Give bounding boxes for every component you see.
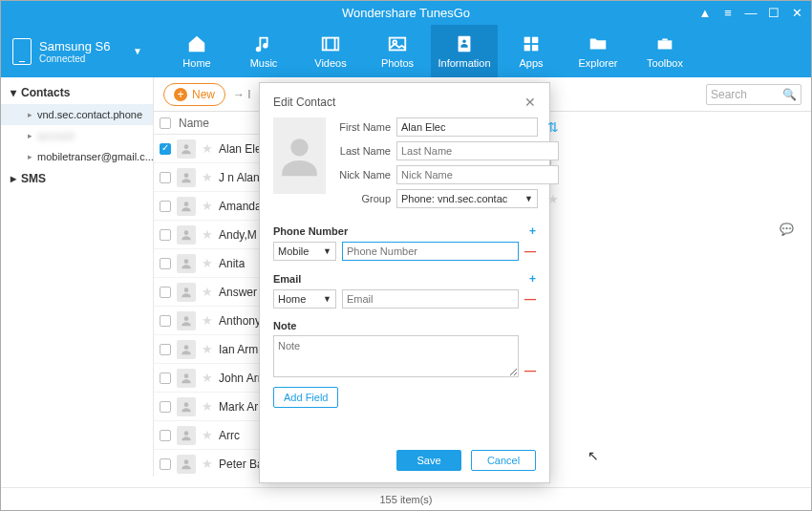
- svg-point-20: [184, 431, 189, 436]
- nav-home[interactable]: Home: [163, 25, 230, 77]
- add-field-button[interactable]: Add Field: [273, 387, 338, 408]
- email-type-select[interactable]: Home▼: [273, 289, 336, 309]
- svg-point-4: [462, 39, 466, 43]
- avatar-icon: [177, 197, 196, 216]
- row-checkbox[interactable]: [160, 172, 171, 183]
- svg-point-15: [184, 287, 189, 292]
- nav-photos[interactable]: Photos: [364, 25, 431, 77]
- row-checkbox[interactable]: [160, 430, 171, 441]
- svg-point-21: [184, 459, 189, 464]
- avatar-icon: [177, 254, 196, 273]
- sidebar-item-blank[interactable]: ▸account: [1, 125, 153, 146]
- row-checkbox[interactable]: [160, 373, 171, 384]
- nav-music[interactable]: Music: [230, 25, 297, 77]
- row-checkbox[interactable]: [160, 401, 171, 413]
- search-input[interactable]: Search🔍: [706, 84, 801, 105]
- avatar-icon: [177, 455, 196, 474]
- star-icon[interactable]: ★: [202, 342, 213, 356]
- star-icon[interactable]: ★: [202, 170, 213, 184]
- device-status: Connected: [39, 53, 110, 64]
- star-icon[interactable]: ★: [202, 285, 213, 299]
- star-icon[interactable]: ★: [202, 256, 213, 270]
- contact-name-cell: Amanda: [219, 200, 262, 213]
- row-checkbox[interactable]: [160, 229, 171, 241]
- contact-name-cell: Andy,M: [219, 228, 257, 242]
- row-checkbox[interactable]: [160, 201, 171, 212]
- svg-point-16: [184, 316, 189, 321]
- last-name-input[interactable]: [396, 141, 559, 160]
- star-icon[interactable]: ★: [202, 428, 213, 442]
- main-nav: Home Music Videos Photos Information App…: [163, 25, 698, 77]
- chevron-down-icon: ▼: [323, 294, 331, 304]
- nick-name-label: Nick Name: [335, 169, 391, 181]
- import-button[interactable]: → I: [233, 88, 251, 101]
- row-checkbox[interactable]: [160, 315, 171, 327]
- star-icon[interactable]: ★: [202, 199, 213, 213]
- close-icon[interactable]: ✕: [524, 95, 536, 110]
- remove-phone-icon[interactable]: —: [524, 245, 536, 258]
- maximize-icon[interactable]: ☐: [767, 1, 780, 25]
- sidebar-cat-contacts[interactable]: ▾Contacts: [1, 81, 153, 104]
- star-icon[interactable]: ★: [202, 457, 213, 471]
- cancel-button[interactable]: Cancel: [471, 450, 536, 471]
- add-email-icon[interactable]: +: [529, 272, 536, 286]
- avatar-icon: [177, 426, 196, 445]
- phone-input[interactable]: [342, 242, 519, 261]
- add-phone-icon[interactable]: +: [529, 224, 536, 238]
- row-checkbox[interactable]: [160, 143, 171, 155]
- header: Samsung S6 Connected ▼ Home Music Videos…: [1, 25, 811, 77]
- svg-rect-5: [524, 37, 530, 43]
- photos-icon: [387, 33, 408, 54]
- avatar-icon: [177, 397, 196, 416]
- svg-point-14: [184, 259, 189, 264]
- row-checkbox[interactable]: [160, 458, 171, 470]
- note-input[interactable]: [273, 335, 519, 377]
- select-all-checkbox[interactable]: [160, 117, 171, 129]
- save-button[interactable]: Save: [396, 450, 461, 471]
- arrow-icon: ▸: [28, 131, 32, 140]
- group-select-modal[interactable]: Phone: vnd.sec.contac▼: [396, 189, 538, 208]
- app-title: Wondershare TunesGo: [342, 6, 470, 20]
- phone-type-select[interactable]: Mobile▼: [273, 242, 336, 261]
- star-icon[interactable]: ★: [202, 227, 213, 242]
- svg-rect-1: [390, 38, 406, 51]
- star-icon[interactable]: ★: [202, 313, 213, 328]
- row-checkbox[interactable]: [160, 258, 171, 269]
- sidebar-cat-sms[interactable]: ▸SMS: [1, 167, 153, 190]
- star-icon[interactable]: ★: [202, 141, 213, 156]
- row-checkbox[interactable]: [160, 287, 171, 298]
- star-icon[interactable]: ★: [202, 371, 213, 385]
- minimize-icon[interactable]: —: [744, 1, 758, 25]
- sidebar: ▾Contacts ▸vnd.sec.contact.phone ▸accoun…: [1, 77, 154, 477]
- menu-icon[interactable]: ≡: [721, 1, 735, 25]
- remove-note-icon[interactable]: —: [524, 364, 536, 377]
- first-name-input[interactable]: [396, 117, 538, 137]
- user-icon[interactable]: ▲: [698, 1, 712, 25]
- new-button[interactable]: +New: [163, 83, 225, 106]
- device-selector[interactable]: Samsung S6 Connected ▼: [1, 25, 154, 77]
- sidebar-item-gmail[interactable]: ▸mobiletranser@gmail.c...: [1, 146, 153, 167]
- nick-name-input[interactable]: [396, 165, 559, 184]
- nav-apps[interactable]: Apps: [498, 25, 565, 77]
- status-footer: 155 item(s): [1, 487, 811, 510]
- remove-email-icon[interactable]: —: [524, 292, 536, 306]
- message-icon[interactable]: 💬: [780, 223, 794, 236]
- nav-information[interactable]: Information: [431, 25, 498, 77]
- nav-toolbox[interactable]: Toolbox: [631, 25, 698, 77]
- swap-icon[interactable]: ⇅: [547, 119, 559, 135]
- nav-explorer[interactable]: Explorer: [565, 25, 631, 77]
- sidebar-item-phone[interactable]: ▸vnd.sec.contact.phone: [1, 104, 153, 125]
- star-icon[interactable]: ★: [202, 399, 213, 414]
- svg-point-10: [184, 144, 189, 149]
- email-input[interactable]: [342, 289, 519, 309]
- apps-icon: [521, 33, 542, 54]
- group-label: Group: [335, 193, 391, 204]
- contact-name-cell: Anita: [219, 257, 245, 270]
- svg-point-13: [184, 230, 189, 235]
- row-checkbox[interactable]: [160, 344, 171, 355]
- nav-videos[interactable]: Videos: [297, 25, 364, 77]
- svg-rect-9: [658, 40, 673, 49]
- close-icon[interactable]: ✕: [790, 1, 803, 25]
- star-icon[interactable]: ★: [547, 192, 559, 206]
- modal-avatar[interactable]: [273, 117, 326, 194]
